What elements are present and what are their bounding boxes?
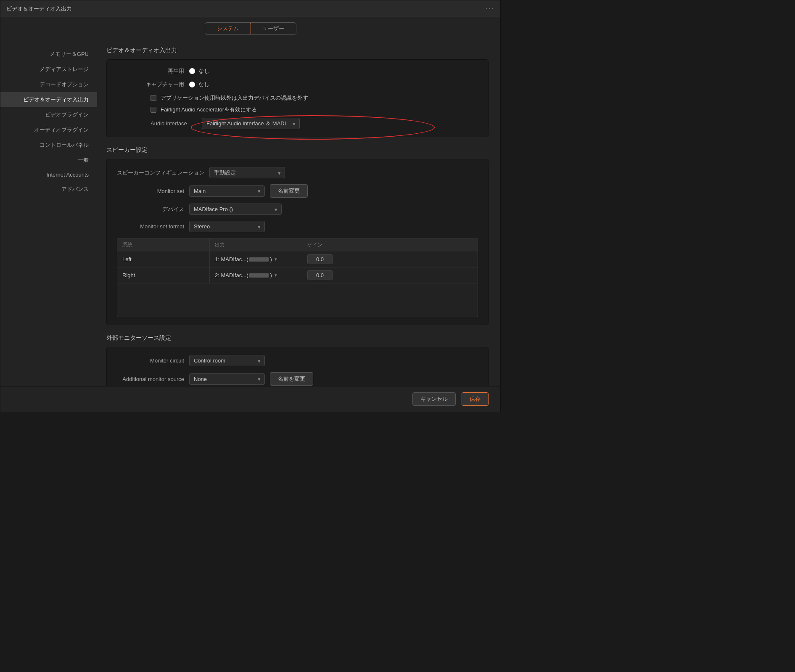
tab-group: システム ユーザー: [205, 22, 296, 35]
capture-radio[interactable]: [189, 82, 195, 87]
capture-row: キャプチャー用 なし: [117, 81, 478, 88]
sidebar-item-internet-accounts[interactable]: Internet Accounts: [0, 168, 97, 182]
window-menu-dots[interactable]: ···: [486, 4, 494, 13]
table-row: Right 2: MADIfac...( ) ▾: [117, 267, 478, 283]
checkbox2[interactable]: [151, 107, 156, 113]
rename2-btn[interactable]: 名前を変更: [270, 372, 313, 386]
sidebar-item-control-panel[interactable]: コントロールパネル: [0, 138, 97, 153]
monitor-set-label: Monitor set: [117, 188, 184, 194]
sidebar-item-audio-plugin[interactable]: オーディオプラグイン: [0, 122, 97, 138]
capture-label: キャプチャー用: [117, 81, 184, 88]
td-gain-right: [302, 267, 353, 283]
speaker-config-select-wrapper: 手動設定: [209, 167, 285, 178]
table-header: 系統 出力 ゲイン: [117, 238, 478, 251]
monitor-source-card: Monitor circuit Control room Additional …: [106, 347, 489, 386]
checkbox1-label: アプリケーション使用時以外は入出力デバイスの認識を外す: [161, 94, 308, 102]
tab-system[interactable]: システム: [205, 22, 251, 35]
table-empty-space: [117, 283, 478, 317]
content-area: メモリー＆GPU メディアストレージ デコードオプション ビデオ＆オーディオ入出…: [0, 39, 500, 386]
speaker-config-row: スピーカーコンフィギュレーション 手動設定: [117, 167, 478, 178]
th-output: 出力: [210, 238, 302, 251]
device-row: デバイス MADIface Pro (): [117, 204, 478, 215]
additional-monitor-row: Additional monitor source None 名前を変更: [117, 372, 478, 386]
speaker-config-label: スピーカーコンフィギュレーション: [117, 169, 204, 177]
app-window: ビデオ＆オーディオ入出力 ··· システム ユーザー メモリー＆GPU メディア…: [0, 0, 501, 412]
video-audio-card: 再生用 なし キャプチャー用 なし アプリ: [106, 59, 489, 137]
checkbox2-label: Fairlight Audio Acceleratorを有効にする: [161, 106, 257, 114]
chevron-right: ▾: [275, 273, 277, 278]
footer-bar: キャンセル 保存: [0, 386, 500, 412]
sidebar: メモリー＆GPU メディアストレージ デコードオプション ビデオ＆オーディオ入出…: [0, 39, 97, 386]
titlebar: ビデオ＆オーディオ入出力 ···: [0, 0, 500, 17]
playback-radio[interactable]: [189, 68, 195, 74]
monitor-set-row: Monitor set Main 名前変更: [117, 184, 478, 198]
monitor-circuit-select[interactable]: Control room: [189, 355, 265, 366]
device-label: デバイス: [117, 206, 184, 213]
td-channel-right: Right: [117, 267, 210, 283]
section2-title: スピーカー設定: [106, 146, 489, 154]
checkbox1-row: アプリケーション使用時以外は入出力デバイスの認識を外す: [117, 94, 478, 102]
monitor-set-select[interactable]: Main: [189, 185, 265, 197]
section1-title: ビデオ＆オーディオ入出力: [106, 47, 489, 54]
td-output-left: 1: MADIfac...( ) ▾: [210, 251, 302, 267]
main-area: ビデオ＆オーディオ入出力 再生用 なし キャプチャー用 なし: [97, 39, 500, 386]
gray-bar-left: [249, 257, 269, 262]
additional-monitor-label: Additional monitor source: [117, 376, 184, 382]
audio-interface-label: Audio interface: [151, 120, 197, 127]
playback-value: なし: [198, 67, 209, 75]
sidebar-item-video-plugin[interactable]: ビデオプラグイン: [0, 107, 97, 122]
channel-table: 系統 出力 ゲイン Left 1: MADIfac...( ) ▾: [117, 238, 478, 317]
additional-monitor-select-wrapper: None: [189, 373, 265, 385]
device-select[interactable]: MADIface Pro (): [189, 204, 282, 215]
th-channel: 系統: [117, 238, 210, 251]
monitor-format-label: Monitor set format: [117, 223, 184, 230]
speaker-card: スピーカーコンフィギュレーション 手動設定 Monitor set Main: [106, 159, 489, 325]
additional-monitor-select[interactable]: None: [189, 373, 265, 385]
checkbox2-row: Fairlight Audio Acceleratorを有効にする: [117, 106, 478, 114]
save-button[interactable]: 保存: [462, 392, 489, 406]
monitor-circuit-row: Monitor circuit Control room: [117, 355, 478, 366]
capture-value: なし: [198, 81, 209, 88]
chevron-left: ▾: [275, 257, 277, 262]
monitor-format-row: Monitor set format Stereo: [117, 221, 478, 232]
speaker-config-select[interactable]: 手動設定: [209, 167, 285, 178]
tabs-bar: システム ユーザー: [0, 17, 500, 39]
gain-input-left[interactable]: [307, 254, 333, 264]
sidebar-item-media-storage[interactable]: メディアストレージ: [0, 62, 97, 77]
table-row: Left 1: MADIfac...( ) ▾: [117, 251, 478, 267]
audio-interface-select[interactable]: Fairlight Audio Interface ＆ MADI: [202, 118, 300, 129]
audio-interface-row: Audio interface Fairlight Audio Interfac…: [117, 118, 478, 129]
playback-row: 再生用 なし: [117, 67, 478, 75]
window-title: ビデオ＆オーディオ入出力: [6, 5, 72, 13]
sidebar-item-decode-options[interactable]: デコードオプション: [0, 77, 97, 92]
monitor-set-select-wrapper: Main: [189, 185, 265, 197]
td-gain-left: [302, 251, 353, 267]
sidebar-item-video-audio[interactable]: ビデオ＆オーディオ入出力: [0, 92, 97, 107]
cancel-button[interactable]: キャンセル: [412, 392, 456, 406]
gain-input-right[interactable]: [307, 270, 333, 280]
section3-title: 外部モニターソース設定: [106, 334, 489, 342]
td-channel-left: Left: [117, 251, 210, 267]
sidebar-item-memory-gpu[interactable]: メモリー＆GPU: [0, 47, 97, 62]
sidebar-item-general[interactable]: 一般: [0, 153, 97, 168]
playback-radio-group: なし: [189, 67, 209, 75]
monitor-circuit-select-wrapper: Control room: [189, 355, 265, 366]
device-select-wrapper: MADIface Pro (): [189, 204, 282, 215]
checkbox1[interactable]: [151, 95, 156, 101]
tab-user[interactable]: ユーザー: [251, 23, 296, 34]
capture-radio-group: なし: [189, 81, 209, 88]
audio-interface-select-wrapper: Fairlight Audio Interface ＆ MADI: [202, 118, 300, 129]
gray-bar-right: [249, 273, 269, 278]
monitor-format-select-wrapper: Stereo: [189, 221, 265, 232]
monitor-format-select[interactable]: Stereo: [189, 221, 265, 232]
rename-btn[interactable]: 名前変更: [270, 184, 308, 198]
sidebar-item-advance[interactable]: アドバンス: [0, 182, 97, 197]
th-gain: ゲイン: [302, 238, 353, 251]
playback-label: 再生用: [117, 67, 184, 75]
td-output-right: 2: MADIfac...( ) ▾: [210, 267, 302, 283]
monitor-circuit-label: Monitor circuit: [117, 357, 184, 364]
